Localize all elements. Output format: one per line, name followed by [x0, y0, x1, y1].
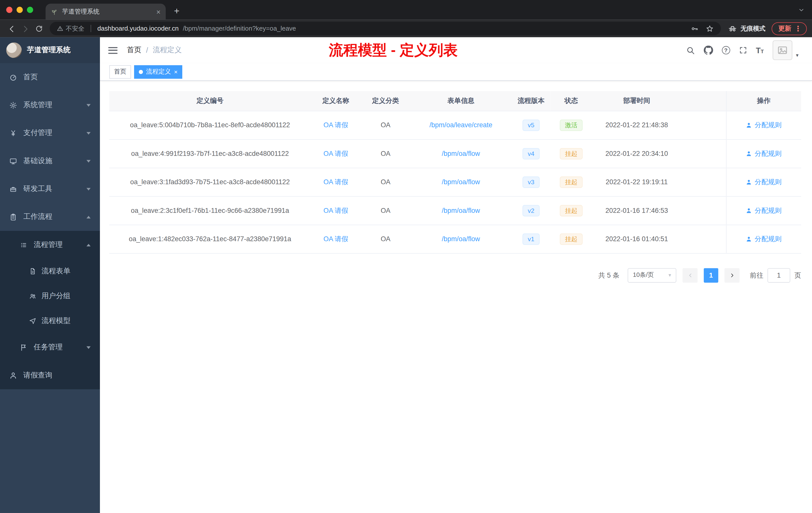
list-icon [20, 241, 27, 249]
github-icon[interactable] [703, 46, 713, 55]
page-jump-input[interactable] [767, 268, 790, 282]
security-status[interactable]: 不安全 [57, 24, 84, 33]
sidebar-item-process-mgmt[interactable]: 流程管理 [0, 231, 100, 259]
font-size-icon[interactable]: TT [756, 46, 764, 55]
prev-page-button[interactable] [683, 268, 697, 282]
minimize-window-button[interactable] [17, 7, 23, 13]
tag-definition-active[interactable]: 流程定义 × [134, 65, 182, 79]
form-link[interactable]: /bpm/oa/flow [442, 207, 480, 214]
tab-favicon [51, 8, 58, 15]
assign-rule-button[interactable]: 分配规则 [746, 234, 782, 243]
current-page-button[interactable]: 1 [704, 268, 718, 282]
sidebar-item-infra[interactable]: 基础设施 [0, 147, 100, 175]
version-badge: v5 [522, 119, 539, 130]
assign-rule-button[interactable]: 分配规则 [746, 177, 782, 186]
chevron-up-icon [86, 216, 91, 218]
browser-tab[interactable]: 芋道管理系统 × [46, 3, 166, 20]
tab-close-icon[interactable]: × [156, 8, 161, 15]
col-header-time: 部署时间 [592, 91, 682, 111]
sidebar-logo[interactable]: 芋道管理系统 [0, 37, 100, 63]
url-host: dashboard.yudao.iocoder.cn [97, 25, 179, 32]
zoom-window-button[interactable] [27, 7, 33, 13]
sidebar-item-workflow[interactable]: 工作流程 [0, 203, 100, 231]
tab-search-chevron-icon[interactable] [798, 7, 805, 13]
cell-time: 2022-01-16 01:40:51 [592, 224, 682, 253]
bookmark-star-icon[interactable] [706, 25, 714, 32]
pagination: 共 5 条 10条/页 ▾ 1 前往 页 [109, 268, 801, 282]
col-header-spacer [682, 91, 726, 111]
reload-button[interactable] [32, 24, 46, 33]
avatar-caret-icon[interactable]: ▾ [796, 52, 799, 58]
new-tab-button[interactable]: + [174, 6, 179, 17]
security-label: 不安全 [66, 24, 84, 33]
avatar[interactable] [773, 40, 792, 60]
sidebar-item-devtools[interactable]: 研发工具 [0, 175, 100, 203]
form-link[interactable]: /bpm/oa/leave/create [429, 121, 492, 129]
col-header-category: 定义分类 [361, 91, 410, 111]
definition-name-link[interactable]: OA 请假 [323, 235, 348, 242]
assign-rule-button[interactable]: 分配规则 [746, 149, 782, 158]
version-badge: v2 [522, 205, 539, 216]
warning-icon [57, 25, 63, 32]
password-key-icon[interactable] [691, 25, 698, 32]
next-page-button[interactable] [724, 268, 740, 282]
paper-plane-icon [29, 317, 36, 325]
sidebar-item-system[interactable]: 系统管理 [0, 91, 100, 119]
help-icon[interactable]: ? [722, 46, 730, 55]
status-badge: 挂起 [560, 148, 583, 159]
page-size-select[interactable]: 10条/页 ▾ [628, 268, 676, 282]
breadcrumb: 首页 / 流程定义 [127, 46, 181, 55]
tag-home[interactable]: 首页 [109, 65, 131, 79]
definition-name-link[interactable]: OA 请假 [323, 121, 348, 129]
sidebar-item-process-model[interactable]: 流程模型 [0, 308, 100, 333]
flag-icon [20, 343, 27, 351]
breadcrumb-current: 流程定义 [153, 46, 182, 55]
chevron-down-icon [86, 104, 91, 107]
search-icon[interactable] [686, 46, 695, 55]
forward-button[interactable] [19, 24, 32, 33]
form-link[interactable]: /bpm/oa/flow [442, 150, 480, 157]
browser-toolbar: 不安全 dashboard.yudao.iocoder.cn /bpm/mana… [0, 20, 812, 37]
breadcrumb-home[interactable]: 首页 [127, 46, 141, 55]
cell-time: 2022-01-22 19:19:11 [592, 168, 682, 196]
assign-rule-button[interactable]: 分配规则 [746, 120, 782, 130]
table-row: oa_leave:1:482ec033-762a-11ec-8477-a2380… [109, 224, 801, 253]
cell-time: 2022-01-22 21:48:38 [592, 111, 682, 139]
status-badge: 挂起 [560, 233, 583, 244]
sidebar-item-task-mgmt[interactable]: 任务管理 [0, 333, 100, 361]
cell-category: OA [361, 111, 410, 139]
chevron-up-icon [86, 243, 91, 246]
sidebar-item-user-group[interactable]: 用户分组 [0, 283, 100, 308]
browser-update-menu-button[interactable]: 更新 ⋮ [772, 22, 807, 35]
hamburger-icon[interactable] [108, 47, 117, 54]
assign-rule-button[interactable]: 分配规则 [746, 206, 782, 215]
form-link[interactable]: /bpm/oa/flow [442, 235, 480, 243]
gear-icon [9, 101, 17, 109]
fullscreen-icon[interactable] [739, 46, 747, 55]
toolbox-icon [9, 185, 17, 193]
status-badge: 挂起 [560, 176, 583, 187]
definition-name-link[interactable]: OA 请假 [323, 206, 348, 214]
form-link[interactable]: /bpm/oa/flow [442, 178, 480, 186]
definition-name-link[interactable]: OA 请假 [323, 178, 348, 185]
definition-table: 定义编号 定义名称 定义分类 表单信息 流程版本 状态 部署时间 操作 [109, 91, 801, 253]
incognito-badge: 无痕模式 [725, 24, 771, 33]
cell-id: oa_leave:5:004b710b-7b8a-11ec-8ef0-acde4… [109, 111, 311, 139]
back-button[interactable] [5, 24, 19, 33]
close-window-button[interactable] [6, 7, 12, 13]
address-bar[interactable]: 不安全 dashboard.yudao.iocoder.cn /bpm/mana… [50, 22, 721, 35]
incognito-label: 无痕模式 [741, 24, 765, 33]
tag-close-icon[interactable]: × [174, 68, 177, 75]
logo-avatar [6, 42, 22, 58]
sidebar-item-home[interactable]: 首页 [0, 63, 100, 91]
cell-id: oa_leave:4:991f2193-7b7f-11ec-a3c8-acde4… [109, 139, 311, 168]
cell-spacer [682, 196, 726, 224]
users-icon [29, 292, 36, 300]
sidebar-item-process-form[interactable]: 流程表单 [0, 259, 100, 283]
chevron-down-icon [86, 132, 91, 134]
definition-name-link[interactable]: OA 请假 [323, 149, 348, 157]
sidebar-item-payment[interactable]: 支付管理 [0, 119, 100, 147]
status-badge: 激活 [560, 119, 583, 130]
table-row: oa_leave:3:1fad3d93-7b75-11ec-a3c8-acde4… [109, 168, 801, 196]
sidebar-item-leave-query[interactable]: 请假查询 [0, 361, 100, 389]
